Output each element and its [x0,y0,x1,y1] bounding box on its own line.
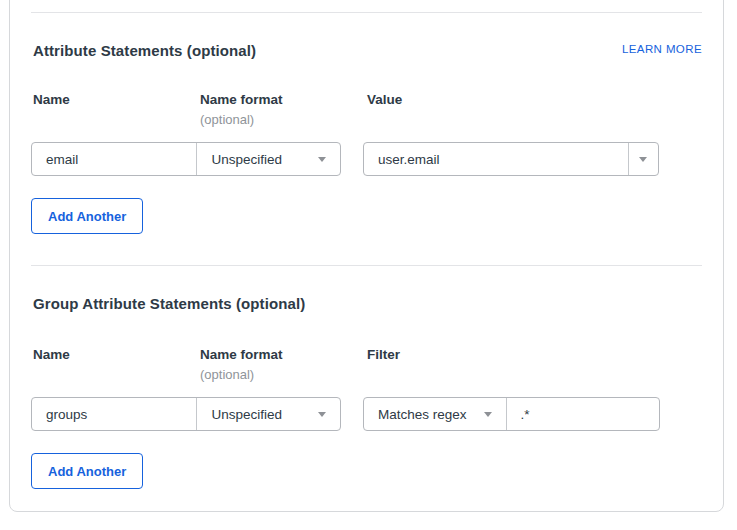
group-filter-value-segment [506,398,659,430]
chevron-down-icon [639,157,647,162]
group-column-label-name: Name [33,347,70,362]
attribute-name-format-value: Unspecified [197,152,282,167]
column-label-name-format: Name format [200,92,283,107]
group-row-filter-group: Matches regex [363,397,660,431]
group-name-input[interactable] [32,398,196,430]
group-column-label-name-format: Name format [200,347,283,362]
attribute-value-dropdown-button[interactable] [628,143,658,175]
attribute-row-name-group: Unspecified [31,142,341,176]
group-row-name-group: Unspecified [31,397,341,431]
attribute-name-format-select[interactable]: Unspecified [196,143,340,175]
group-name-format-optional-hint: (optional) [200,367,254,382]
chevron-down-icon [318,157,326,162]
group-column-label-filter: Filter [367,347,400,362]
name-format-optional-hint: (optional) [200,112,254,127]
section-divider-top [31,12,702,13]
chevron-down-icon [318,412,326,417]
attribute-value-input[interactable] [364,143,628,175]
add-another-attribute-button[interactable]: Add Another [31,198,143,234]
group-name-format-select[interactable]: Unspecified [196,398,340,430]
learn-more-link[interactable]: LEARN MORE [622,43,702,55]
group-filter-type-value: Matches regex [364,407,467,422]
column-label-value: Value [367,92,402,107]
chevron-down-icon [484,412,492,417]
group-name-format-value: Unspecified [197,407,282,422]
section-divider-middle [31,265,702,266]
attribute-value-segment [364,143,628,175]
attribute-name-input[interactable] [32,143,196,175]
attribute-name-segment [32,143,196,175]
group-attribute-statements-title: Group Attribute Statements (optional) [33,295,305,312]
column-label-name: Name [33,92,70,107]
group-filter-value-input[interactable] [507,398,659,430]
group-filter-type-select[interactable]: Matches regex [364,398,506,430]
attribute-row-value-group [363,142,659,176]
group-name-segment [32,398,196,430]
add-another-group-attribute-button[interactable]: Add Another [31,453,143,489]
settings-card [9,0,724,512]
attribute-statements-title: Attribute Statements (optional) [33,42,256,59]
